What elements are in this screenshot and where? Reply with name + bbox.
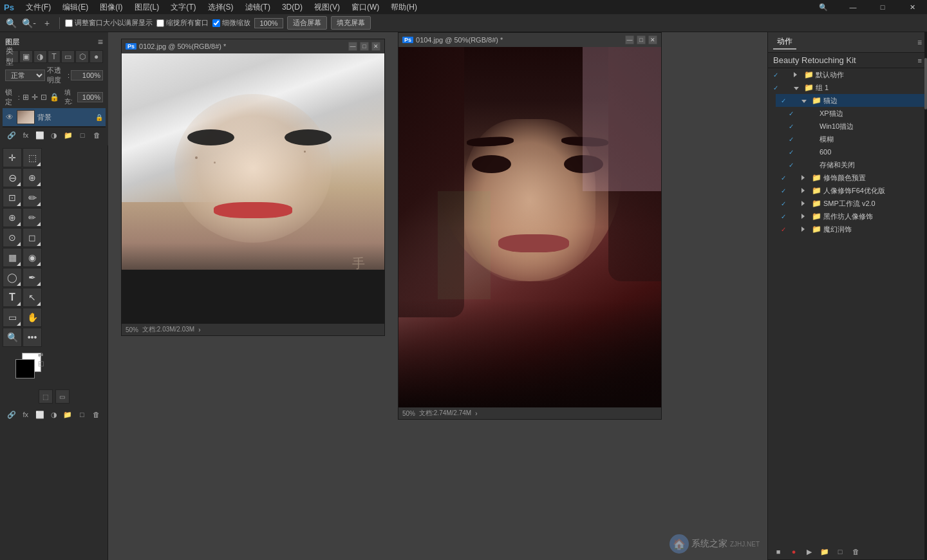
magic-wand-tool[interactable]: ⊕ (23, 168, 42, 187)
gradient-tool[interactable]: ▦ (3, 248, 22, 267)
zoom-value-input[interactable] (254, 18, 283, 28)
layer-fx-btn[interactable]: fx (19, 129, 32, 141)
filter-type-btn[interactable]: 类型 (5, 50, 19, 63)
screen-mode-btn[interactable]: ▭ (55, 389, 70, 404)
healing-tool[interactable]: ⊕ (3, 208, 22, 227)
actions-tab[interactable]: 动作 (773, 35, 796, 50)
doc-titlebar-2[interactable]: Ps 0104.jpg @ 50%(RGB/8#) * — □ ✕ (398, 33, 661, 47)
panel-expand-btn[interactable]: ≡ (917, 38, 922, 47)
menu-help[interactable]: 帮助(H) (386, 1, 422, 14)
action-item-smp[interactable]: ✓ 📁 SMP工作流 v2.0 (776, 197, 927, 210)
doc-minimize-2[interactable]: — (625, 35, 634, 44)
fill-screen-btn[interactable]: 填充屏幕 (331, 16, 371, 30)
link-btn[interactable]: 🔗 (5, 409, 18, 420)
action-item-xpmaobian[interactable]: ✓ XP猫边 (783, 107, 927, 120)
action-expand-1[interactable] (794, 84, 801, 91)
dodge-tool[interactable]: ◯ (3, 268, 22, 287)
extra-btn[interactable]: ••• (23, 328, 42, 347)
layer-visibility-btn[interactable]: 👁 (5, 113, 14, 122)
scrollbar-thumb[interactable] (924, 58, 927, 109)
close-btn[interactable]: ✕ (897, 0, 927, 14)
text-tool[interactable]: T (3, 288, 22, 307)
fine-zoom-checkbox[interactable]: 细微缩放 (212, 18, 250, 28)
zoom-tool[interactable]: 🔍 (3, 328, 22, 347)
action-item-blur[interactable]: ✓ 模糊 (783, 133, 927, 145)
minimize-btn[interactable]: — (838, 0, 868, 14)
menu-layer[interactable]: 图层(L) (129, 1, 165, 14)
swap-colors-btn[interactable]: ⇄ (38, 351, 44, 359)
new-action-set-btn[interactable]: 📁 (818, 546, 831, 557)
doc-close-2[interactable]: ✕ (648, 35, 657, 44)
doc-close-1[interactable]: ✕ (371, 42, 380, 51)
eraser-tool[interactable]: ◻ (23, 228, 42, 247)
filter-adjustment-btn[interactable]: ◑ (33, 50, 47, 63)
action-expand-8[interactable] (801, 174, 809, 182)
menu-file[interactable]: 文件(F) (21, 1, 56, 14)
layer-item-background[interactable]: 👁 背景 🔒 (3, 108, 106, 127)
layer-adjustment-btn[interactable]: ◑ (48, 129, 61, 141)
doc-status-arrow-2[interactable]: › (475, 410, 477, 417)
collapse-all-input[interactable] (156, 19, 164, 27)
doc-status-arrow-1[interactable]: › (198, 326, 200, 333)
group-btn-2[interactable]: 📁 (61, 409, 74, 420)
layer-group-btn[interactable]: 📁 (62, 129, 75, 141)
action-expand-10[interactable] (801, 200, 809, 207)
doc-maximize-1[interactable]: □ (360, 42, 369, 51)
filter-text-btn[interactable]: T (48, 50, 61, 63)
blur-tool[interactable]: ◉ (23, 248, 42, 267)
layer-mask-btn[interactable]: ⬜ (33, 129, 46, 141)
panel-options-btn[interactable]: ≡ (918, 57, 922, 64)
menu-3d[interactable]: 3D(D) (277, 1, 308, 13)
new-action-btn[interactable]: □ (834, 546, 847, 557)
action-item-black-studio[interactable]: ✓ 📁 黑作坊人像修饰 (776, 210, 927, 223)
record-btn[interactable]: ● (787, 546, 800, 557)
blend-mode-select[interactable]: 正常 (5, 70, 45, 81)
move-tool[interactable]: ✛ (3, 148, 22, 167)
menu-filter[interactable]: 滤镜(T) (240, 1, 276, 14)
action-expand-2[interactable] (801, 97, 809, 104)
action-expand-9[interactable] (801, 187, 809, 194)
action-expand-12[interactable] (801, 226, 809, 233)
lasso-tool[interactable]: ⊖ (3, 168, 22, 187)
action-item-default[interactable]: ✓ 📁 默认动作 (768, 68, 927, 81)
layer-new-btn[interactable]: □ (76, 129, 89, 141)
maximize-btn[interactable]: □ (868, 0, 897, 14)
action-item-win10[interactable]: ✓ Win10描边 (783, 120, 927, 133)
hand-tool[interactable]: ✋ (23, 308, 42, 327)
collapse-all-checkbox[interactable]: 缩拢所有窗口 (156, 18, 209, 28)
shape-tool[interactable]: ▭ (3, 308, 22, 327)
crop-tool[interactable]: ⊡ (3, 188, 22, 207)
layer-delete-btn[interactable]: 🗑 (90, 129, 103, 141)
fx-btn-2[interactable]: fx (19, 409, 32, 420)
action-item-color-preset[interactable]: ✓ 📁 修饰颜色预置 (776, 171, 927, 184)
lock-pixel-btn[interactable]: ⊞ (23, 93, 29, 102)
quick-mask-btn[interactable]: ⬚ (39, 389, 53, 404)
select-rect-tool[interactable]: ⬚ (23, 148, 42, 167)
delete-btn-2[interactable]: 🗑 (89, 409, 102, 420)
lock-all-btn[interactable]: 🔒 (50, 93, 59, 102)
menu-text[interactable]: 文字(T) (165, 1, 201, 14)
action-item-portrait[interactable]: ✓ 📁 人像修饰F64优化版 (776, 184, 927, 197)
lock-position-btn[interactable]: ✛ (32, 93, 38, 102)
action-expand-11[interactable] (801, 213, 809, 220)
filter-smartobj-btn[interactable]: ⬡ (75, 50, 89, 63)
adjust-window-checkbox[interactable]: 调整窗口大小以满屏显示 (65, 18, 153, 28)
action-expand-0[interactable] (794, 71, 801, 79)
fill-input[interactable] (77, 92, 103, 102)
action-item-600[interactable]: ✓ 600 (783, 145, 927, 158)
menu-window[interactable]: 窗口(W) (346, 1, 384, 14)
adjust-window-input[interactable] (65, 19, 73, 27)
menu-view[interactable]: 视图(V) (309, 1, 345, 14)
eyedropper-tool[interactable]: ✏ (23, 188, 42, 207)
pen-tool[interactable]: ✒ (23, 268, 42, 287)
play-btn[interactable]: ▶ (803, 546, 816, 557)
right-scrollbar[interactable] (924, 32, 927, 560)
clone-tool[interactable]: ⊙ (3, 228, 22, 247)
action-item-magic[interactable]: ✓ 📁 魔幻润饰 (776, 223, 927, 236)
action-item-group1[interactable]: ✓ 📁 组 1 (768, 81, 927, 94)
brush-tool[interactable]: ✏ (23, 208, 42, 227)
action-item-save-close[interactable]: ✓ 存储和关闭 (783, 158, 927, 171)
default-colors-btn[interactable]: ◱ (38, 360, 44, 367)
opacity-input[interactable] (71, 70, 103, 80)
fine-zoom-input[interactable] (212, 19, 220, 27)
